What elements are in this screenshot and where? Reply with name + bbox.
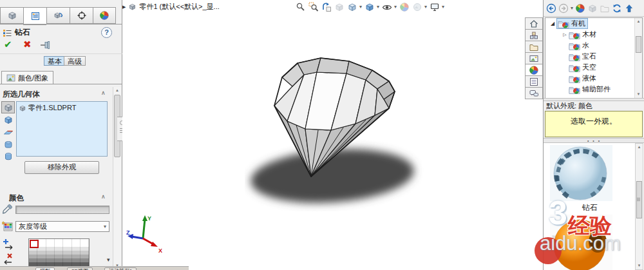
- expander-closed-icon[interactable]: ▷: [561, 32, 569, 37]
- feature-tree-header: ▶ 零件1 (默认<<默认>_显...: [122, 2, 220, 12]
- tab-propertymanager[interactable]: [23, 7, 46, 25]
- display-style-button[interactable]: [364, 1, 375, 12]
- remove-color-button[interactable]: [2, 253, 14, 265]
- chevron-down-icon[interactable]: ▾: [571, 5, 573, 11]
- scroll-up-arrow[interactable]: ▲: [635, 18, 642, 24]
- preview-splitter[interactable]: • • •: [544, 138, 644, 143]
- swatch-more-dropdown[interactable]: ▾: [107, 256, 110, 263]
- scroll-up-arrow[interactable]: ▲: [636, 144, 643, 150]
- color-mode-dropdown[interactable]: 灰度等级 ▾: [15, 221, 109, 232]
- scrollbar-thumb[interactable]: [636, 181, 642, 218]
- chevron-down-icon[interactable]: ▾: [394, 4, 397, 10]
- tree-item[interactable]: 天空: [545, 62, 642, 73]
- collapse-chevron-icon[interactable]: ∧: [101, 90, 106, 96]
- refresh-button[interactable]: [612, 3, 622, 14]
- tab-appearances[interactable]: [525, 64, 543, 76]
- scenes-icon[interactable]: [587, 3, 598, 14]
- tree-expand-arrow[interactable]: ▶: [122, 5, 126, 10]
- tab-custom-properties[interactable]: [525, 75, 543, 88]
- section-view-button[interactable]: [334, 1, 345, 12]
- back-button[interactable]: [546, 3, 556, 14]
- filter-surface-button[interactable]: [1, 138, 15, 150]
- scroll-down-arrow[interactable]: ▼: [636, 262, 643, 269]
- tree-item[interactable]: ▷ 木材: [545, 29, 642, 40]
- selected-geometry-item[interactable]: 零件1.SLDPRT: [17, 102, 107, 114]
- remove-appearance-button[interactable]: 移除外观: [24, 161, 99, 174]
- filter-feature-button[interactable]: [1, 150, 15, 162]
- expander-open-icon[interactable]: ◢: [549, 21, 556, 26]
- chevron-down-icon[interactable]: ▾: [424, 4, 427, 10]
- diamond-model[interactable]: [245, 50, 431, 211]
- apply-scene-button[interactable]: [412, 1, 422, 12]
- filter-face-button[interactable]: [1, 126, 15, 138]
- tab-view-palette[interactable]: [525, 52, 543, 64]
- eyedropper-icon[interactable]: [2, 204, 13, 215]
- scroll-down-arrow[interactable]: ▼: [635, 91, 642, 97]
- zoom-to-fit-button[interactable]: [295, 1, 306, 12]
- scroll-up-arrow[interactable]: ▲: [113, 87, 121, 93]
- cancel-button[interactable]: ✖: [23, 39, 32, 50]
- tab-displaymanager[interactable]: [93, 7, 116, 24]
- pin-button[interactable]: [40, 41, 50, 50]
- tab-3d-views[interactable]: 3D视图: [67, 267, 93, 270]
- add-appearance-button[interactable]: [2, 238, 14, 250]
- scrollbar-thumb[interactable]: [636, 36, 641, 53]
- tree-item[interactable]: 液体: [545, 73, 642, 84]
- tab-model[interactable]: 模型: [35, 267, 55, 270]
- tree-item[interactable]: 宝石: [545, 51, 642, 62]
- task-pane-tab-strip: [525, 18, 543, 99]
- filter-body-button[interactable]: [1, 113, 15, 126]
- open-folder-icon[interactable]: [600, 3, 610, 14]
- tab-dimxpertmanager[interactable]: [70, 7, 93, 24]
- tree-item[interactable]: 辅助部件: [545, 84, 642, 95]
- mode-basic-button[interactable]: 基本: [44, 56, 66, 66]
- orange-appearance-thumbnail[interactable]: [550, 215, 612, 270]
- forward-button[interactable]: [558, 3, 569, 14]
- diamond-appearance-thumbnail[interactable]: [550, 145, 612, 201]
- preview-scrollbar[interactable]: ▲ ▼: [635, 143, 643, 270]
- collapse-chevron-icon[interactable]: ∧: [101, 193, 106, 200]
- hide-show-items-button[interactable]: [381, 1, 392, 12]
- color-palette-icon[interactable]: [2, 220, 14, 232]
- tab-motion-study[interactable]: 运动算例1: [104, 267, 137, 270]
- selected-tree-item[interactable]: 有机: [556, 18, 588, 29]
- mode-advanced-button[interactable]: 高级: [64, 56, 86, 66]
- tab-file-explorer[interactable]: [525, 41, 543, 53]
- selected-geometry-header: 所选几何体: [3, 90, 40, 99]
- view-settings-button[interactable]: [429, 1, 440, 12]
- chevron-down-icon[interactable]: ▾: [359, 4, 362, 10]
- feature-tree-root-label[interactable]: 零件1 (默认<<默认>_显...: [139, 2, 219, 12]
- color-image-tab[interactable]: 颜色/图象: [1, 71, 53, 84]
- tab-forum[interactable]: [525, 87, 543, 99]
- part-icon: [128, 3, 137, 11]
- edit-appearance-button[interactable]: [399, 1, 410, 12]
- tab-featuremanager[interactable]: [0, 7, 23, 24]
- ok-button[interactable]: ✔: [4, 39, 12, 50]
- view-orientation-button[interactable]: [346, 1, 357, 12]
- tab-configurationmanager[interactable]: [46, 7, 70, 24]
- up-level-button[interactable]: [624, 3, 634, 14]
- chevron-down-icon: ▾: [104, 224, 106, 229]
- zoom-to-area-button[interactable]: [308, 1, 319, 12]
- chevron-down-icon[interactable]: ▾: [377, 4, 379, 10]
- panel-scrollbar[interactable]: ▲ ▼: [113, 87, 121, 270]
- graphics-viewport[interactable]: ▶ 零件1 (默认<<默认>_显...: [122, 0, 543, 270]
- tree-item-label: 液体: [582, 73, 596, 83]
- triad-z-label: Z: [126, 229, 130, 236]
- selected-geometry-listbox[interactable]: 零件1.SLDPRT: [16, 101, 108, 157]
- appearance-preview-list: 钻石 ▲ ▼: [544, 143, 644, 270]
- tree-item-root[interactable]: ◢ 有机: [545, 18, 642, 29]
- filter-part-button[interactable]: [1, 101, 15, 113]
- previous-view-button[interactable]: [321, 1, 332, 12]
- appearances-icon[interactable]: [575, 3, 585, 14]
- tab-design-library[interactable]: [525, 29, 543, 41]
- help-icon[interactable]: ?: [101, 27, 112, 38]
- tab-home[interactable]: [525, 17, 543, 30]
- triad-x-label: X: [158, 247, 162, 254]
- part-icon: [19, 104, 26, 112]
- tree-item[interactable]: 水: [545, 40, 642, 51]
- grayscale-swatch-grid[interactable]: [28, 238, 90, 267]
- tree-scrollbar[interactable]: ▲ ▼: [634, 18, 642, 98]
- color-value-bar[interactable]: [15, 206, 109, 214]
- chevron-down-icon[interactable]: ▾: [442, 4, 444, 10]
